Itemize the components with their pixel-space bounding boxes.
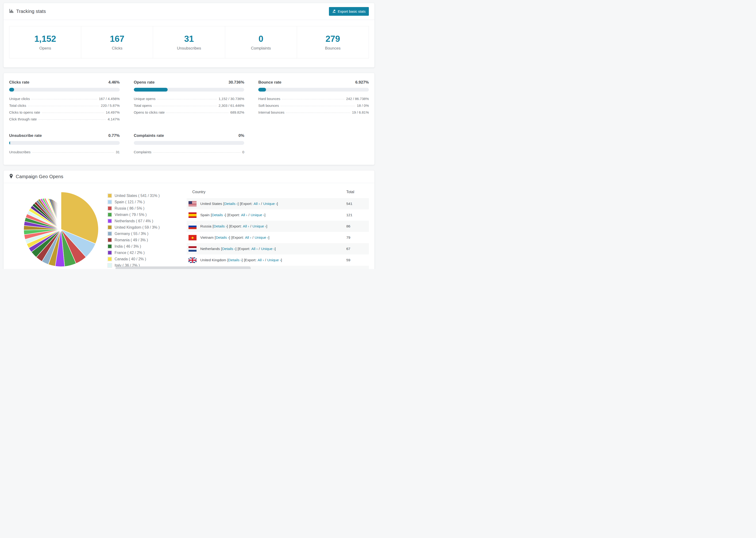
stat-box-clicks: 167 Clicks	[81, 26, 153, 58]
stat-box-bounces: 279 Bounces	[297, 26, 369, 58]
export-all-link[interactable]: All ›	[245, 236, 251, 240]
stat-value: 0	[258, 34, 263, 44]
stat-label: Unsubscribes	[177, 46, 201, 51]
stat-value: 279	[326, 34, 340, 44]
rate-detail-value: 31	[116, 150, 120, 154]
table-header-row: Country Total	[187, 186, 369, 198]
rate-detail-label: Total opens	[134, 103, 152, 108]
country-row: Russia[Details ›][Export:All ›/Unique ›]…	[187, 221, 369, 232]
dotted-leader	[32, 152, 114, 153]
country-row: Netherlands[Details ›][Export:All ›/Uniq…	[187, 243, 369, 254]
legend-item: Germany ( 55 / 3% )	[108, 231, 187, 237]
rate-title: Bounce rate	[258, 80, 281, 85]
stat-box-opens: 1,152 Opens	[9, 26, 81, 58]
export-unique-link[interactable]: Unique ›	[252, 224, 266, 228]
flag-ru-icon	[189, 224, 196, 229]
rate-detail-value: 167 / 4.456%	[99, 97, 120, 101]
stat-value: 31	[184, 34, 194, 44]
rate-detail-value: 1,152 / 30.736%	[219, 97, 244, 101]
flag-us-icon	[189, 201, 196, 207]
country-name: Vietnam	[200, 236, 214, 240]
rate-value: 30.736%	[229, 80, 244, 85]
export-all-link[interactable]: All ›	[257, 258, 264, 262]
legend-label: United Kingdom ( 59 / 3% )	[115, 224, 160, 231]
legend-item: India ( 46 / 3% )	[108, 243, 187, 249]
stat-box-complaints: 0 Complaints	[225, 26, 297, 58]
rate-detail-value: 220 / 5.87%	[101, 103, 120, 108]
export-unique-link[interactable]: Unique ›	[255, 236, 269, 240]
opens-rate-progress	[134, 88, 244, 91]
rate-detail-row: Unique opens1,152 / 30.736%	[134, 97, 244, 103]
export-all-link[interactable]: All ›	[251, 247, 257, 251]
map-marker-icon	[9, 174, 13, 180]
legend-swatch	[108, 244, 112, 248]
legend-label: Canada ( 40 / 2% )	[115, 256, 146, 262]
total-cell: 59	[346, 258, 369, 262]
stat-label: Bounces	[325, 46, 341, 51]
export-unique-link[interactable]: Unique ›	[263, 202, 277, 206]
bounce-rate-progress	[258, 88, 369, 91]
unsubscribe-rate-progress	[9, 141, 120, 145]
complaints-rate-panel: Complaints rate0% Complaints0	[134, 133, 244, 157]
legend-swatch	[108, 232, 112, 236]
export-unique-link[interactable]: Unique ›	[261, 247, 275, 251]
total-cell: 86	[346, 224, 369, 228]
legend-label: Romania ( 49 / 3% )	[115, 237, 148, 243]
rate-detail-value: 242 / 86.738%	[346, 97, 369, 101]
dotted-leader	[42, 113, 104, 113]
export-basic-stats-button[interactable]: Export basic stats	[329, 7, 369, 16]
export-all-link[interactable]: All ›	[241, 213, 247, 217]
legend-label: India ( 46 / 3% )	[115, 243, 141, 249]
legend-item: Netherlands ( 67 / 4% )	[108, 218, 187, 224]
country-row: United States[Details ›][Export:All ›/Un…	[187, 198, 369, 209]
rate-value: 6.927%	[355, 80, 369, 85]
rate-detail-label: Unique opens	[134, 97, 156, 101]
details-link[interactable]: Details ›	[214, 224, 227, 228]
total-cell: 67	[346, 247, 369, 251]
legend-label: Spain ( 121 / 7% )	[115, 199, 145, 205]
rate-detail-label: Internal bounces	[258, 110, 284, 114]
complaints-rate-progress	[134, 141, 244, 145]
details-link[interactable]: Details ›	[224, 202, 238, 206]
dotted-leader	[286, 113, 350, 113]
legend-swatch	[108, 206, 112, 210]
rate-detail-row: Unsubscribes31	[9, 150, 120, 157]
legend-swatch	[108, 251, 112, 255]
rate-detail-row: Unique clicks167 / 4.456%	[9, 97, 120, 103]
legend-item: United Kingdom ( 59 / 3% )	[108, 224, 187, 231]
rate-detail-label: Hard bounces	[258, 97, 280, 101]
bottom-scrollbar[interactable]	[116, 266, 251, 269]
details-link[interactable]: Details ›	[222, 247, 236, 251]
legend-swatch	[108, 238, 112, 242]
clicks-rate-panel: Clicks rate4.46% Unique clicks167 / 4.45…	[9, 80, 120, 124]
total-cell: 79	[346, 236, 369, 240]
legend-item: Romania ( 49 / 3% )	[108, 237, 187, 243]
country-name: Spain	[200, 213, 210, 217]
country-name: United Kingdom	[200, 258, 226, 262]
export-unique-link[interactable]: Unique ›	[267, 258, 281, 262]
rate-detail-label: Complaints	[134, 150, 151, 154]
details-link[interactable]: Details ›	[229, 258, 242, 262]
legend-swatch	[108, 257, 112, 261]
rate-detail-row: Opens to clicks rate689.82%	[134, 110, 244, 117]
export-unique-link[interactable]: Unique ›	[251, 213, 265, 217]
pie-legend: United States ( 541 / 31% )Spain ( 121 /…	[108, 192, 187, 269]
unsubscribe-rate-panel: Unsubscribe rate0.77% Unsubscribes31	[9, 133, 120, 157]
geo-opens-pie-chart	[22, 190, 100, 269]
rate-title: Clicks rate	[9, 80, 29, 85]
flag-vn-icon: ★	[189, 235, 196, 241]
total-cell: 541	[346, 202, 369, 206]
rate-detail-value: 19 / 6.81%	[352, 110, 369, 114]
export-all-link[interactable]: All ›	[243, 224, 249, 228]
legend-label: Russia ( 86 / 5% )	[115, 205, 144, 211]
country-cell: United Kingdom[Details ›][Export:All ›/U…	[200, 258, 346, 262]
details-link[interactable]: Details ›	[216, 236, 229, 240]
rate-detail-label: Click through rate	[9, 117, 37, 121]
export-all-link[interactable]: All ›	[253, 202, 260, 206]
country-cell: Netherlands[Details ›][Export:All ›/Uniq…	[200, 247, 346, 251]
rate-value: 4.46%	[108, 80, 120, 85]
details-link[interactable]: Details ›	[212, 213, 225, 217]
rate-detail-label: Opens to clicks rate	[134, 110, 165, 114]
bounce-rate-panel: Bounce rate6.927% Hard bounces242 / 86.7…	[258, 80, 369, 124]
legend-label: Germany ( 55 / 3% )	[115, 231, 148, 237]
